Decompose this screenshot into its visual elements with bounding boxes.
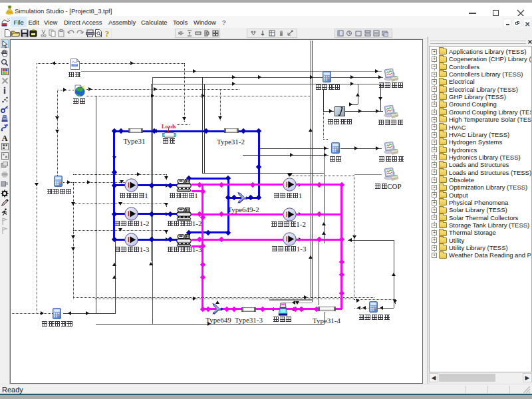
svg-text:A: A [2, 134, 8, 142]
svg-text:?: ? [105, 29, 110, 38]
svg-text:USER: USER [72, 64, 78, 66]
